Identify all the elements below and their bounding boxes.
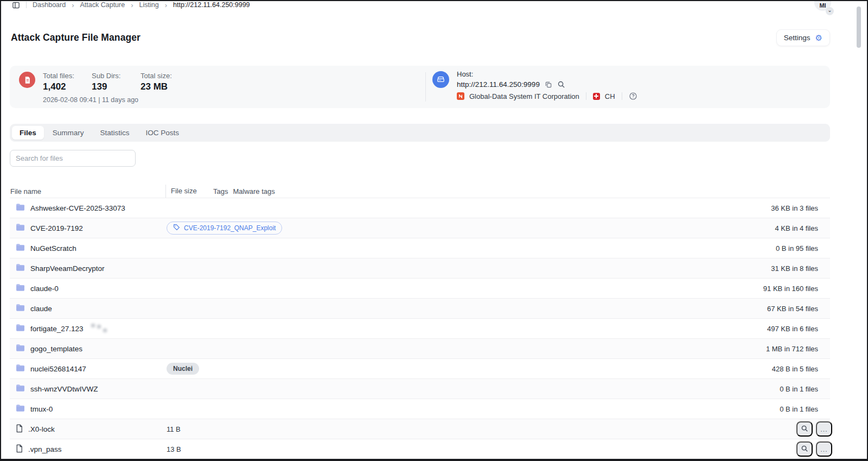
tab-ioc-posts[interactable]: IOC Posts [138,126,187,140]
dir-total-size: 91 KB in 160 files [763,285,830,293]
table-row[interactable]: SharpVeeamDecryptor31 KB in 8 files [10,258,830,278]
breadcrumb-dashboard[interactable]: Dashboard [33,1,66,9]
column-file-name: File name [10,187,165,195]
dir-total-size: 0 B in 95 files [776,244,830,252]
host-url: http://212.11.64.250:9999 [457,80,540,89]
folder-icon [16,364,25,374]
file-name-cell: .X0-lock [10,424,167,434]
more-icon: … [820,427,828,431]
more-icon: … [820,447,828,451]
file-name-cell: Ashwesker-CVE-2025-33073 [10,203,167,213]
table-row[interactable]: NuGetScratch0 B in 95 files [10,238,830,258]
dir-total-size: 67 KB in 54 files [767,305,830,313]
table-row[interactable]: claude-091 KB in 160 files [10,278,830,298]
file-icon [16,444,23,454]
files-document-icon [19,72,35,88]
settings-button[interactable]: Settings ⚙ [776,29,830,46]
search-input[interactable] [10,150,136,167]
tab-bar: Files Summary Statistics IOC Posts [10,124,830,142]
file-name-cell: SharpVeeamDecryptor [10,263,167,273]
folder-icon [16,404,25,414]
file-name-cell: nuclei526814147 [10,364,167,374]
row-search-button[interactable] [796,441,813,457]
file-name[interactable]: tmux-0 [30,405,53,413]
file-icon [16,424,23,434]
dir-total-size: 497 KB in 6 files [767,325,830,333]
copy-icon[interactable] [545,81,552,89]
breadcrumb-attack-capture[interactable]: Attack Capture [80,1,125,9]
stat-value: 139 [92,81,129,92]
file-name[interactable]: NuGetScratch [30,244,76,252]
cve-tag-pill[interactable]: CVE-2019-7192_QNAP_Exploit [167,222,282,235]
file-name[interactable]: .X0-lock [28,425,55,433]
file-name[interactable]: ssh-wnzVVDtwIVWZ [30,385,98,393]
table-header: File name File size Tags Malware tags [1,185,830,198]
file-size: 11 B [167,425,181,433]
file-name[interactable]: CVE-2019-7192 [30,224,83,232]
table-row[interactable]: fortigate_27.123497 KB in 6 files [10,318,830,338]
row-more-button[interactable]: … [816,421,832,437]
file-name[interactable]: gogo_templates [30,345,82,353]
folder-icon [16,324,25,333]
chevron-right-icon: › [165,1,167,9]
tag-icon [173,224,180,232]
sidebar-toggle-icon[interactable] [12,1,20,9]
table-row[interactable]: ssh-wnzVVDtwIVWZ0 B in 1 files [10,378,830,399]
topbar-divider [26,2,27,8]
table-row[interactable]: tmux-00 B in 1 files [10,399,830,419]
file-name[interactable]: nuclei526814147 [30,365,86,373]
column-tags: Tags [213,187,228,195]
divider [586,92,586,100]
table-row[interactable]: .vpn_pass13 B… [10,439,830,459]
file-name-cell: fortigate_27.123 [10,324,167,333]
row-search-button[interactable] [796,421,813,437]
folder-icon [16,243,25,253]
search-icon [801,425,808,434]
tag-pill: Nuclei [167,363,199,375]
file-meta-cell: Nuclei [167,363,772,375]
asn-org: Global-Data System IT Corporation [469,92,579,100]
file-meta-cell: 11 B [167,425,796,433]
switzerland-flag-icon [593,93,600,100]
row-actions: … [796,441,832,457]
table-row[interactable]: claude67 KB in 54 files [10,298,830,318]
search-host-icon[interactable] [557,80,565,89]
stat-label: Total files: [43,72,80,80]
row-more-button[interactable]: … [816,441,832,457]
table-row[interactable]: CVE-2019-7192CVE-2019-7192_QNAP_Exploit4… [10,218,830,238]
breadcrumb-listing[interactable]: Listing [139,1,159,9]
tab-statistics[interactable]: Statistics [93,126,137,140]
file-name[interactable]: fortigate_27.123 [30,325,84,333]
host-label: Host: [457,70,637,78]
app-window: Dashboard › Attack Capture › Listing › h… [0,0,868,461]
stat-label: Total size: [141,72,177,80]
column-malware-tags: Malware tags [233,187,275,195]
table-row[interactable]: Ashwesker-CVE-2025-3307336 KB in 3 files [10,198,830,218]
file-name[interactable]: Ashwesker-CVE-2025-33073 [30,204,125,212]
chevron-down-icon[interactable]: ⌄ [826,7,834,15]
table-row[interactable]: gogo_templates1 MB in 712 files [10,338,830,358]
help-icon[interactable] [629,92,637,100]
folder-icon [16,203,25,213]
dir-total-size: 1 MB in 712 files [766,345,830,353]
tab-files[interactable]: Files [12,126,44,140]
stat-sub-dirs: Sub Dirs: 139 [92,72,129,92]
file-name[interactable]: .vpn_pass [28,445,62,453]
breadcrumb-host-url[interactable]: http://212.11.64.250:9999 [173,1,250,9]
scrollbar-thumb[interactable] [857,7,861,48]
stat-total-size: Total size: 23 MB [141,72,177,92]
table-row[interactable]: nuclei526814147Nuclei428 B in 5 files [10,358,830,378]
file-name[interactable]: SharpVeeamDecryptor [30,264,105,273]
file-name[interactable]: claude [30,305,52,313]
tab-summary[interactable]: Summary [45,126,92,140]
file-name-cell: gogo_templates [10,344,167,353]
file-name-cell: ssh-wnzVVDtwIVWZ [10,384,167,394]
capture-timestamp: 2026-02-08 09:41 | 11 days ago [43,96,177,104]
file-name[interactable]: claude-0 [30,285,59,293]
file-name-cell: claude [10,304,167,313]
table-row[interactable]: .X0-lock11 B… [10,419,830,439]
chevron-right-icon: › [72,1,74,9]
search-icon [801,445,808,454]
redacted-blur [91,327,109,331]
file-table-body: Ashwesker-CVE-2025-3307336 KB in 3 files… [1,198,830,459]
